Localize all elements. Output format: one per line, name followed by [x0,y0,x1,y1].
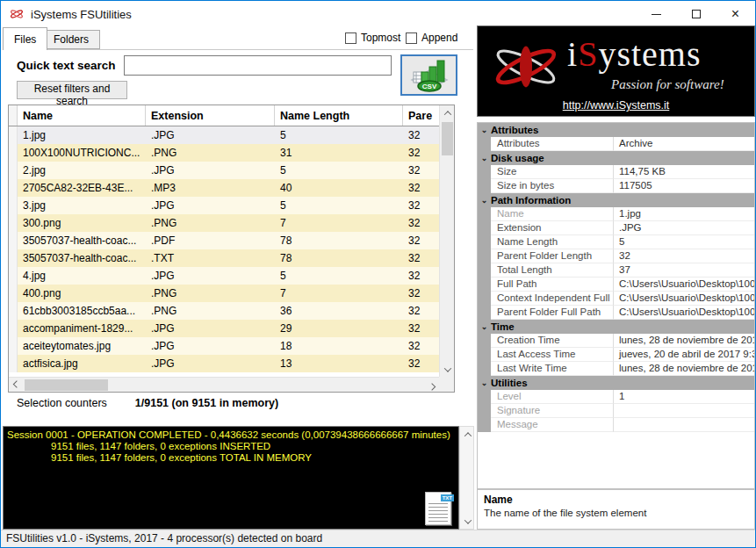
collapse-chevron-icon[interactable]: ⌄ [478,152,491,164]
table-cell[interactable]: 7 [275,285,403,302]
property-category[interactable]: ⌄Disk usage [478,151,754,165]
property-category[interactable]: ⌄Utilities [478,376,754,390]
table-cell[interactable]: .PNG [146,302,275,320]
table-cell[interactable]: 35057037-health-coac... [18,232,146,249]
table-cell[interactable]: actfisica.jpg [18,355,146,372]
property-value[interactable]: 117505 [614,179,754,193]
property-row[interactable]: Creation Timelunes, 28 de noviembre de 2… [478,334,754,348]
table-row[interactable]: 61cbb3003185ccb5aa....PNG3632 [9,302,439,320]
property-value[interactable] [614,404,754,418]
table-cell[interactable]: 2.jpg [18,162,146,179]
table-row[interactable]: 2.jpg.JPG532 [9,162,439,179]
table-cell[interactable] [9,285,18,302]
scroll-right-button[interactable] [424,378,439,393]
website-link[interactable]: http://www.iSystems.it [478,99,754,112]
vertical-scroll-thumb[interactable] [442,122,453,155]
table-cell[interactable]: 32 [403,337,439,355]
property-category[interactable]: ⌄Time [478,320,754,334]
property-value[interactable]: Archive [614,137,754,151]
property-row[interactable]: Signature [478,404,754,418]
table-row[interactable]: 3.jpg.JPG532 [9,197,439,214]
property-category[interactable]: ⌄Attributes [478,123,754,137]
tab-files[interactable]: Files [3,27,47,50]
table-cell[interactable]: 5 [275,126,403,144]
column-header-name-length[interactable]: Name Length [275,105,403,126]
property-value[interactable]: 1 [614,390,754,404]
table-cell[interactable] [9,267,18,285]
table-horizontal-scrollbar[interactable] [9,377,439,392]
column-header-name[interactable]: Name [18,105,146,126]
table-cell[interactable]: 32 [403,126,439,144]
title-bar[interactable]: iSystems FSUtilities × [1,1,755,27]
property-row[interactable]: Name Length5 [478,235,754,249]
table-cell[interactable]: 32 [403,162,439,179]
topmost-checkbox[interactable] [345,32,356,44]
table-cell[interactable]: 7 [275,214,403,232]
table-row[interactable]: 300.png.PNG732 [9,214,439,232]
table-cell[interactable]: 5 [275,267,403,285]
console-scrollbar[interactable] [459,426,474,530]
table-cell[interactable]: 32 [403,197,439,214]
scroll-left-button[interactable] [9,378,24,393]
property-row[interactable]: Size114,75 KB [478,165,754,179]
scroll-up-button[interactable] [440,105,455,120]
property-value[interactable]: .JPG [614,221,754,235]
table-cell[interactable] [9,126,18,144]
table-cell[interactable]: .JPG [146,267,275,285]
table-cell[interactable]: 3.jpg [18,197,146,214]
table-cell[interactable]: .JPG [146,197,275,214]
collapse-chevron-icon[interactable]: ⌄ [478,124,491,136]
property-value[interactable]: 32 [614,249,754,263]
table-cell[interactable]: 78 [275,232,403,249]
property-value[interactable]: 5 [614,235,754,249]
table-cell[interactable] [9,249,18,267]
table-cell[interactable] [9,302,18,320]
close-button[interactable]: × [716,1,755,27]
table-cell[interactable]: 32 [403,285,439,302]
table-cell[interactable] [9,337,18,355]
table-cell[interactable]: 61cbb3003185ccb5aa... [18,302,146,320]
txt-file-icon[interactable]: TXT [425,492,451,525]
property-row[interactable]: Full PathC:\Users\Usuario\Desktop\100x1 [478,278,754,292]
table-cell[interactable]: .JPG [146,126,275,144]
scroll-down-button[interactable] [440,362,455,377]
table-cell[interactable]: 40 [275,179,403,197]
property-value[interactable]: 1.jpg [614,207,754,221]
tab-folders[interactable]: Folders [42,30,100,49]
table-cell[interactable]: 32 [403,267,439,285]
table-cell[interactable]: .TXT [146,249,275,267]
table-cell[interactable]: .PDF [146,232,275,249]
row-header-column[interactable] [9,105,18,126]
table-cell[interactable]: 100X100NUTRICIONC... [18,144,146,162]
maximize-button[interactable] [676,1,716,27]
table-cell[interactable] [9,197,18,214]
property-row[interactable]: Parent Folder Length32 [478,249,754,263]
table-row[interactable]: 35057037-health-coac....TXT7832 [9,249,439,267]
table-row[interactable]: 35057037-health-coac....PDF7832 [9,232,439,249]
table-cell[interactable] [9,179,18,197]
property-row[interactable]: AttributesArchive [478,137,754,151]
table-cell[interactable]: 1.jpg [18,126,146,144]
table-row[interactable]: actfisica.jpg.JPG1332 [9,355,439,372]
table-cell[interactable] [9,355,18,372]
minimize-button[interactable] [637,1,676,27]
table-cell[interactable] [9,144,18,162]
table-cell[interactable]: .PNG [146,144,275,162]
table-cell[interactable]: 32 [403,355,439,372]
property-row[interactable]: Extension.JPG [478,221,754,235]
property-row[interactable]: Message [478,418,754,432]
table-cell[interactable]: 32 [403,302,439,320]
table-cell[interactable]: .JPG [146,162,275,179]
table-cell[interactable]: 35057037-health-coac... [18,249,146,267]
table-cell[interactable]: aceiteytomates.jpg [18,337,146,355]
table-cell[interactable]: 5 [275,162,403,179]
table-vertical-scrollbar[interactable] [439,105,454,377]
property-value[interactable]: lunes, 28 de noviembre de 2016 2 [614,362,754,376]
table-row[interactable]: 100X100NUTRICIONC....PNG3132 [9,144,439,162]
table-cell[interactable]: 32 [403,144,439,162]
property-value[interactable] [614,418,754,432]
table-row[interactable]: aceiteytomates.jpg.JPG1832 [9,337,439,355]
table-cell[interactable]: 400.png [18,285,146,302]
table-row[interactable]: 4.jpg.JPG532 [9,267,439,285]
table-cell[interactable]: 32 [403,232,439,249]
